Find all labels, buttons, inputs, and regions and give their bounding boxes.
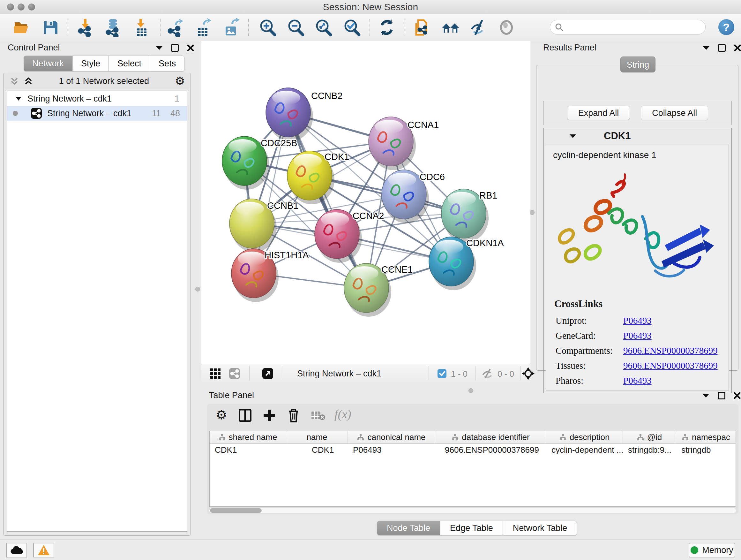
export-image-icon[interactable] [221, 18, 241, 37]
panel-close-icon[interactable] [187, 44, 194, 51]
tab-string[interactable]: String [620, 57, 656, 72]
table-row[interactable]: CDK1 CDK1 P06493 9606.ENSP00000378699 cy… [210, 444, 736, 456]
memory-button[interactable]: Memory [689, 543, 735, 557]
collection-label: String Network – cdk1 [27, 94, 112, 104]
hide-eye-icon[interactable] [469, 18, 488, 37]
protein-collapse-icon[interactable] [569, 134, 576, 138]
toolbar-separator [475, 366, 475, 380]
cell-namespace[interactable]: stringdb [676, 445, 736, 455]
save-session-icon[interactable] [41, 18, 60, 37]
panel-float-icon[interactable] [156, 46, 163, 50]
search-input[interactable] [550, 20, 705, 35]
network-canvas[interactable]: CCNB2CCNA1CDC25BCDK1CDC6RB1CCNB1CCNA2CDK… [201, 41, 530, 382]
delete-column-icon[interactable] [287, 408, 300, 423]
warnings-button[interactable] [33, 543, 54, 557]
network-row[interactable]: String Network – cdk1 11 48 [7, 106, 187, 121]
panel-float-icon[interactable] [703, 46, 710, 50]
expand-all-button[interactable]: Expand All [567, 106, 630, 120]
export-table-icon[interactable] [194, 18, 213, 37]
crosslink-link[interactable]: 9606.ENSP00000378699 [623, 346, 718, 356]
node-label: CCNB2 [311, 91, 342, 101]
network-selection-bar: 1 of 1 Network selected ⚙ [4, 73, 190, 89]
import-database-icon[interactable] [104, 18, 123, 37]
tree-expand-icon[interactable] [15, 96, 22, 101]
tab-sets[interactable]: Sets [150, 56, 185, 71]
left-splitter-handle[interactable] [195, 287, 200, 292]
crosslink-link[interactable]: P06493 [623, 315, 652, 326]
crosslinks-heading: CrossLinks [554, 298, 603, 310]
zoom-selected-icon[interactable] [342, 18, 361, 37]
tab-network[interactable]: Network [23, 56, 72, 71]
add-column-icon[interactable] [262, 408, 276, 422]
crosslink-link[interactable]: P06493 [623, 375, 652, 386]
network-node[interactable] [266, 88, 313, 141]
import-network-icon[interactable] [77, 18, 96, 37]
export-network-icon[interactable] [166, 18, 185, 37]
tab-edge-table[interactable]: Edge Table [440, 521, 503, 536]
panel-float-icon[interactable] [702, 393, 710, 398]
network-graph[interactable]: CCNB2CCNA1CDC25BCDK1CDC6RB1CCNB1CCNA2CDK… [201, 41, 530, 364]
selected-checkbox-icon[interactable] [437, 369, 447, 378]
scrollbar-thumb[interactable] [210, 508, 262, 513]
refresh-icon[interactable] [377, 18, 396, 37]
window-title: Session: New Session [0, 0, 741, 14]
cell-database-identifier[interactable]: 9606.ENSP00000378699 [435, 445, 546, 455]
column-header[interactable]: shared name [210, 431, 286, 443]
panel-close-icon[interactable] [734, 392, 741, 399]
zoom-in-icon[interactable] [258, 18, 277, 37]
birds-eye-view-icon[interactable] [262, 368, 273, 379]
edge-count: 48 [171, 109, 180, 118]
open-session-icon[interactable] [12, 18, 31, 37]
network-collection-row[interactable]: String Network – cdk1 1 [7, 91, 187, 106]
expand-all-networks-icon[interactable] [23, 76, 33, 86]
share-document-icon[interactable] [413, 18, 432, 37]
network-home-icon[interactable] [441, 18, 460, 37]
panel-maximize-icon[interactable] [718, 392, 725, 399]
column-header[interactable]: @id [623, 431, 676, 443]
panel-maximize-icon[interactable] [718, 44, 726, 52]
zoom-out-icon[interactable] [286, 18, 305, 37]
collapse-all-button[interactable]: Collapse All [641, 106, 708, 120]
column-header[interactable]: canonical name [348, 431, 435, 443]
tab-style[interactable]: Style [72, 56, 109, 71]
network-tree: String Network – cdk1 1 String Network –… [7, 91, 187, 532]
protein-name: CDK1 [604, 130, 630, 142]
toolbar-separator [521, 366, 521, 380]
crosslink-link[interactable]: P06493 [623, 330, 652, 341]
panel-close-icon[interactable] [734, 44, 741, 51]
toolbar-separator [283, 366, 283, 380]
horizontal-scrollbar[interactable] [209, 508, 736, 513]
show-eye-icon[interactable] [497, 18, 516, 37]
tab-node-table[interactable]: Node Table [377, 521, 440, 536]
column-header[interactable]: description [546, 431, 623, 443]
tab-network-table[interactable]: Network Table [503, 521, 577, 536]
node-label: CDC25B [261, 138, 297, 148]
collapse-all-networks-icon[interactable] [10, 76, 19, 86]
zoom-fit-icon[interactable] [314, 18, 333, 37]
column-header[interactable]: database identifier [435, 431, 546, 443]
function-builder-icon[interactable]: f(x) [334, 407, 351, 421]
network-view-icon[interactable] [229, 368, 240, 379]
cloud-button[interactable] [6, 543, 27, 557]
toolbar-separator [68, 19, 68, 36]
protein-structure-image [550, 165, 725, 293]
cell-id[interactable]: stringdb:9... [623, 445, 676, 455]
cell-canonical-name[interactable]: P06493 [348, 445, 435, 455]
import-table-icon[interactable] [132, 18, 151, 37]
panel-maximize-icon[interactable] [171, 44, 179, 52]
cell-shared-name[interactable]: CDK1 [210, 445, 286, 455]
cell-name[interactable]: CDK1 [286, 445, 348, 455]
crosslink-link[interactable]: 9606.ENSP00000378699 [623, 361, 718, 371]
grid-view-icon[interactable] [210, 368, 220, 379]
pan-crosshair-icon[interactable] [522, 367, 535, 380]
tab-select[interactable]: Select [109, 56, 150, 71]
column-header[interactable]: namespac [676, 431, 736, 443]
column-header[interactable]: name [286, 431, 348, 443]
cell-description[interactable]: cyclin-dependent ... [546, 445, 623, 455]
node-label: HIST1H1A [265, 250, 309, 260]
delete-table-icon[interactable] [312, 411, 326, 421]
network-options-gear-icon[interactable]: ⚙ [175, 75, 185, 87]
show-columns-icon[interactable] [239, 409, 252, 422]
table-options-gear-icon[interactable]: ⚙ [216, 409, 227, 421]
help-icon[interactable]: ? [718, 19, 734, 35]
